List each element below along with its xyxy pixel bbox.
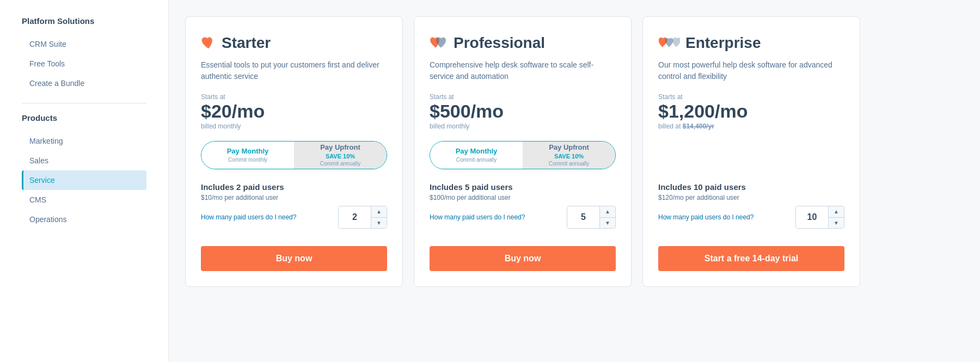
starter-price: $20/mo <box>201 102 387 120</box>
card-professional-header: Professional <box>430 34 616 52</box>
sidebar-item-marketing[interactable]: Marketing <box>22 131 146 151</box>
enterprise-stepper[interactable]: 10 ▲ ▼ <box>795 206 844 229</box>
enterprise-buy-button[interactable]: Start a free 14-day trial <box>658 246 844 271</box>
enterprise-stepper-down[interactable]: ▼ <box>829 218 844 229</box>
starter-stepper[interactable]: 2 ▲ ▼ <box>338 206 387 229</box>
professional-toggle-monthly-label: Pay Monthly <box>456 147 498 156</box>
enterprise-heart-icon <box>658 36 680 50</box>
starter-toggle[interactable]: Pay Monthly Commit monthly Pay Upfront S… <box>201 141 387 169</box>
professional-stepper[interactable]: 5 ▲ ▼ <box>567 206 616 229</box>
starter-stepper-up[interactable]: ▲ <box>371 206 387 218</box>
starter-heart-icon <box>201 36 216 50</box>
professional-toggle-monthly-sub: Commit annually <box>456 156 497 163</box>
card-enterprise-header: Enterprise <box>658 34 844 52</box>
starter-toggle-upfront-sub: Commit annually <box>320 160 360 167</box>
starter-toggle-monthly[interactable]: Pay Monthly Commit monthly <box>201 142 294 169</box>
enterprise-users-additional: $120/mo per additional user <box>658 194 844 201</box>
professional-users-section: Includes 5 paid users $100/mo per additi… <box>430 182 616 229</box>
starter-starts-at: Starts at <box>201 93 387 101</box>
professional-toggle[interactable]: Pay Monthly Commit annually Pay Upfront … <box>430 141 616 169</box>
starter-price-sub: billed monthly <box>201 122 387 130</box>
sidebar-platform-title: Platform Solutions <box>22 16 146 26</box>
sidebar-item-cms[interactable]: CMS <box>22 190 146 210</box>
enterprise-users-section: Includes 10 paid users $120/mo per addit… <box>658 182 844 229</box>
starter-toggle-monthly-label: Pay Monthly <box>227 147 269 156</box>
card-starter-header: Starter <box>201 34 387 52</box>
enterprise-starts-at: Starts at <box>658 93 844 101</box>
professional-heart-icon <box>430 36 448 50</box>
enterprise-description: Our most powerful help desk software for… <box>658 59 844 82</box>
card-professional: Professional Comprehensive help desk sof… <box>414 16 632 287</box>
enterprise-stepper-up[interactable]: ▲ <box>829 206 844 218</box>
professional-stepper-down[interactable]: ▼ <box>600 218 615 229</box>
professional-toggle-monthly[interactable]: Pay Monthly Commit annually <box>430 142 523 169</box>
enterprise-price-strikethrough: $14,400/yr <box>683 122 714 130</box>
enterprise-title: Enterprise <box>685 34 761 52</box>
professional-users-link[interactable]: How many paid users do I need? <box>430 213 525 222</box>
starter-toggle-upfront-label: Pay Upfront <box>320 143 360 152</box>
card-enterprise: Enterprise Our most powerful help desk s… <box>642 16 860 287</box>
sidebar-item-crm-suite[interactable]: CRM Suite <box>22 34 146 54</box>
professional-stepper-buttons: ▲ ▼ <box>600 206 615 228</box>
enterprise-price-sub: billed at $14,400/yr <box>658 122 844 130</box>
professional-title: Professional <box>454 34 545 52</box>
professional-users-row: How many paid users do I need? 5 ▲ ▼ <box>430 206 616 229</box>
professional-starts-at: Starts at <box>430 93 616 101</box>
sidebar-item-service[interactable]: Service <box>22 170 146 190</box>
sidebar-divider <box>22 103 146 103</box>
sidebar-item-create-bundle[interactable]: Create a Bundle <box>22 73 146 93</box>
starter-save-badge: SAVE 10% <box>326 152 355 160</box>
professional-toggle-upfront[interactable]: Pay Upfront SAVE 10% Commit annually <box>523 142 615 169</box>
professional-buy-button[interactable]: Buy now <box>430 246 616 271</box>
card-starter: Starter Essential tools to put your cust… <box>185 16 403 287</box>
starter-users-title: Includes 2 paid users <box>201 182 387 192</box>
professional-price-sub: billed monthly <box>430 122 616 130</box>
starter-title: Starter <box>222 34 271 52</box>
sidebar-products-title: Products <box>22 113 146 122</box>
sidebar-item-free-tools[interactable]: Free Tools <box>22 54 146 73</box>
enterprise-users-link[interactable]: How many paid users do I need? <box>658 213 754 222</box>
professional-save-badge: SAVE 10% <box>554 152 584 160</box>
starter-users-link[interactable]: How many paid users do I need? <box>201 213 296 222</box>
enterprise-users-row: How many paid users do I need? 10 ▲ ▼ <box>658 206 844 229</box>
starter-users-section: Includes 2 paid users $10/mo per additio… <box>201 182 387 229</box>
professional-description: Comprehensive help desk software to scal… <box>430 59 616 82</box>
enterprise-price: $1,200/mo <box>658 102 844 120</box>
professional-price: $500/mo <box>430 102 616 120</box>
starter-toggle-monthly-sub: Commit monthly <box>228 156 267 163</box>
sidebar-item-sales[interactable]: Sales <box>22 151 146 170</box>
starter-users-row: How many paid users do I need? 2 ▲ ▼ <box>201 206 387 229</box>
starter-users-additional: $10/mo per additional user <box>201 194 387 201</box>
starter-stepper-value: 2 <box>339 206 371 228</box>
professional-toggle-upfront-sub: Commit annually <box>549 160 589 167</box>
professional-users-title: Includes 5 paid users <box>430 182 616 192</box>
sidebar: Platform Solutions CRM Suite Free Tools … <box>0 0 169 362</box>
starter-stepper-down[interactable]: ▼ <box>371 218 387 229</box>
starter-stepper-buttons: ▲ ▼ <box>371 206 387 228</box>
professional-users-additional: $100/mo per additional user <box>430 194 616 201</box>
enterprise-stepper-value: 10 <box>796 206 829 228</box>
starter-description: Essential tools to put your customers fi… <box>201 59 387 82</box>
professional-toggle-upfront-label: Pay Upfront <box>549 143 589 152</box>
professional-stepper-up[interactable]: ▲ <box>600 206 615 218</box>
sidebar-item-operations[interactable]: Operations <box>22 210 146 229</box>
main-content: Starter Essential tools to put your cust… <box>169 0 980 362</box>
enterprise-users-title: Includes 10 paid users <box>658 182 844 192</box>
starter-toggle-upfront[interactable]: Pay Upfront SAVE 10% Commit annually <box>294 142 387 169</box>
starter-buy-button[interactable]: Buy now <box>201 246 387 271</box>
enterprise-stepper-buttons: ▲ ▼ <box>829 206 844 228</box>
enterprise-toggle-spacer <box>658 141 844 169</box>
professional-stepper-value: 5 <box>567 206 600 228</box>
